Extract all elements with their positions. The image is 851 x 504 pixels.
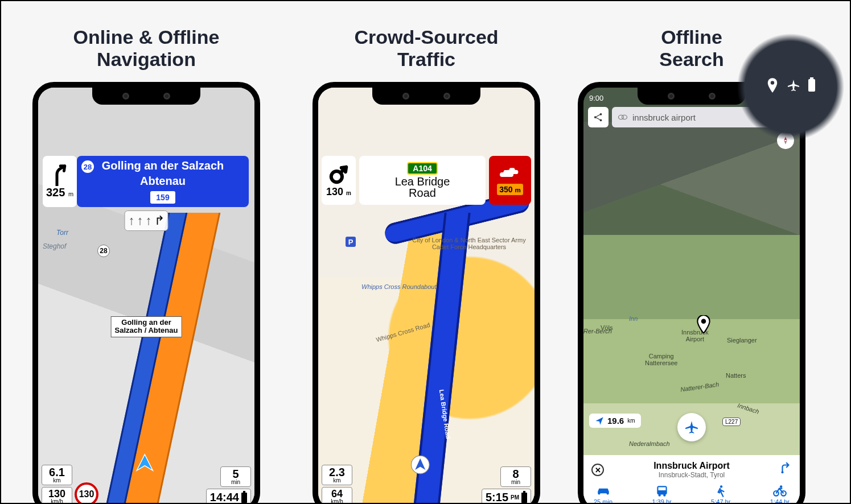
phone-frame: Völs Innsbruck Airport Sieglanger Inn Ca… [578,82,805,504]
search-screen: Völs Innsbruck Airport Sieglanger Inn Ca… [583,88,800,504]
turn-distance-unit: m [68,191,73,197]
phone-frame: City of London & North East Sector Army … [313,82,540,504]
turn-indicator: 130 m [322,156,356,205]
svg-rect-12 [658,488,665,490]
turn-distance-unit: m [346,190,351,196]
lane-1: ↑ [129,213,135,228]
speed-limit-sign: 130 [75,482,98,504]
highway-badge: 28 [81,160,94,173]
nav-screen: Steghof Torr 28 325 m 28 Golling an der … [38,88,254,504]
share-button[interactable] [588,107,609,127]
traffic-screen: City of London & North East Sector Army … [318,88,535,504]
location-arrow-icon [595,416,604,425]
bottom-right-cluster: 5 min 14:44 [206,466,251,504]
lane-3: ↑ [146,213,152,228]
mode-car[interactable]: 25 min [594,485,612,504]
label-rerberch: Rer-Berch [583,328,612,334]
turn-distance: 130 [326,186,343,197]
result-title: Innsbruck Airport [610,461,774,471]
remaining-distance: 2.3 km [322,465,352,485]
road-name-1: Lea Bridge [395,176,450,187]
phone-frame: Steghof Torr 28 325 m 28 Golling an der … [32,82,260,504]
airplane-icon [684,420,699,435]
label-nattererbach: Natterer-Bach [680,381,719,393]
highway-dest2: Abtenau [140,175,186,188]
label-inn-river: Inn [629,315,638,322]
phone-power-edge [539,196,540,264]
directions-button[interactable] [779,462,792,478]
roundabout-icon [328,163,349,186]
svg-point-11 [663,494,665,497]
status-time: 9:00 [589,94,603,102]
traffic-alert-button[interactable]: 350 m [489,156,531,205]
turn-distance: 325 [46,186,65,199]
bottom-left-cluster: 2.3 km 64 km/h [322,465,352,504]
parking-icon: P [346,237,356,247]
traffic-distance: 350 [499,185,512,194]
turn-indicator: 325 m [43,156,77,207]
svg-point-17 [771,81,774,84]
battery-icon [241,493,247,503]
eta-minutes: 8 min [500,466,531,487]
walk-icon [713,485,728,497]
battery-icon [521,493,527,503]
remaining-distance: 6.1 km [42,465,72,485]
road-number-shield: A104 [407,162,437,175]
headline-navigation: Online & Offline Navigation [13,1,280,82]
travel-modes: 25 min 1:39 hr 5:47 hr 1:44 hr [591,485,792,504]
phone-notch [638,88,746,105]
lane-4: ↱ [154,213,165,228]
map-canvas[interactable]: Steghof Torr 28 [38,88,254,504]
search-query: innsbruck airport [632,113,696,122]
promo-col-search: Offline Search Völs Innsbruck Airport Si… [558,1,825,504]
svg-point-7 [701,319,706,324]
svg-point-8 [781,472,783,474]
promo-col-navigation: Online & Offline Navigation Steghof Torr… [13,1,280,504]
label-natters: Natters [726,372,746,379]
poi-roundabout: Whipps Cross Roundabout [361,283,436,290]
phone-notch [372,88,480,105]
vehicle-arrow-icon [135,453,154,472]
map-pin-icon [696,315,711,333]
lane-guidance: ↑ ↑ ↑ ↱ [125,210,168,231]
distance-chip: 19.6km [589,414,641,428]
result-map-pin[interactable] [696,315,711,336]
current-speed: 64 km/h [322,487,352,504]
promo-page: Online & Offline Navigation Steghof Torr… [0,0,851,504]
locality-steghof: Steghof [43,242,66,250]
close-result-button[interactable]: ✕ [591,464,604,476]
svg-point-16 [780,485,782,488]
phone-power-edge [804,196,805,264]
label-innbach: Innbach [737,402,760,415]
lane-2: ↑ [137,213,143,228]
bottom-right-cluster: 8 min 5:15PM [482,466,531,504]
phone-power-edge [259,196,260,264]
bus-icon [655,485,669,497]
vehicle-marker [411,455,430,477]
map-canvas[interactable]: City of London & North East Sector Army … [318,88,535,504]
mode-transit[interactable]: 1:39 hr [652,485,671,504]
locality-torr: Torr [56,229,68,237]
eta-minutes: 5 min [220,466,251,487]
map-canvas[interactable]: Völs Innsbruck Airport Sieglanger Inn Ca… [583,88,800,504]
svg-point-13 [720,485,722,488]
airplane-mode-icon [787,79,800,96]
road-shield-l227: L227 [722,418,741,426]
map-exit-label: Golling an der Salzach / Abtenau [111,316,182,337]
phone-notch [92,88,200,105]
vehicle-arrow-icon [411,455,430,474]
terrain-mountains [583,122,800,270]
category-fab[interactable] [677,413,706,441]
bottom-left-cluster: 6.1 km 130 km/h 130 [42,465,98,504]
history-icon [618,113,628,121]
mode-bike[interactable]: 1:44 hr [770,485,790,504]
highway-sign: 28 Golling an der Salzach Abtenau 159 [77,156,249,207]
svg-point-10 [658,494,660,497]
result-subtitle: Innsbruck-Stadt, Tyrol [610,471,774,479]
svg-point-6 [622,115,627,119]
mode-walk[interactable]: 5:47 hr [711,485,730,504]
share-icon [593,112,603,122]
bicycle-icon [772,485,787,497]
top-panel: 130 m A104 Lea Bridge Road 350 m [322,156,531,205]
arrow-bear-right-icon [51,164,68,186]
